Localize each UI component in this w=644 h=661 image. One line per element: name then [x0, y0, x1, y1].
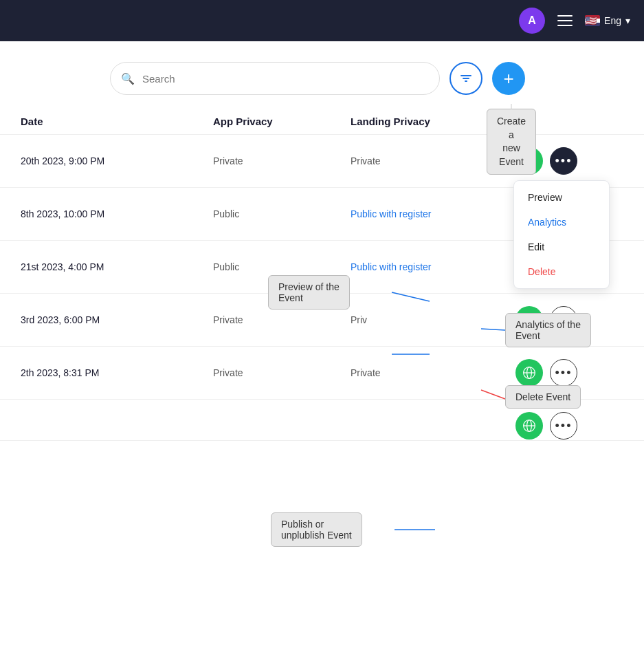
dropdown-edit[interactable]: Edit [514, 235, 609, 259]
more-options-button[interactable]: ••• [550, 359, 577, 387]
header-date: Date [21, 116, 213, 127]
ellipsis-icon: ••• [555, 419, 573, 433]
preview-event-tooltip: Preview of the Event [268, 275, 350, 310]
dropdown-menu: Preview Analytics Edit Delete [513, 180, 610, 289]
cell-app-privacy: Private [213, 155, 351, 166]
dropdown-preview[interactable]: Preview [514, 185, 609, 210]
cell-app-privacy: Private [213, 367, 351, 378]
hamburger-line [557, 25, 573, 26]
globe-icon [522, 419, 536, 433]
cell-date: 8th 2023, 10:00 PM [21, 208, 213, 219]
plus-icon: + [503, 69, 513, 87]
header-app-privacy: App Privacy [213, 116, 351, 127]
table-row: 20th 2023, 9:00 PM Private Private ••• [0, 135, 644, 188]
hamburger-line [557, 20, 573, 21]
ellipsis-icon: ••• [555, 154, 573, 169]
publish-toggle-button[interactable] [515, 359, 543, 387]
hamburger-line [557, 15, 573, 17]
filter-icon [459, 72, 473, 85]
main-content: 🔍 + Create a new Event Date App Privacy [0, 41, 644, 661]
more-options-button[interactable]: ••• [550, 412, 577, 440]
cell-date: 21st 2023, 4:00 PM [21, 261, 213, 272]
row-actions: ••• [515, 412, 644, 440]
flag-icon: 🇺🇸 [585, 15, 600, 26]
filter-button[interactable] [449, 62, 482, 95]
more-options-button[interactable]: ••• [550, 147, 577, 175]
navbar: A 🇺🇸 Eng ▾ [0, 0, 644, 41]
cell-app-privacy: Private [213, 314, 351, 325]
cell-landing-privacy: Priv [351, 314, 515, 325]
search-icon: 🔍 [121, 72, 135, 85]
analytics-event-tooltip: Analytics of the Event [505, 313, 591, 347]
create-new-event-tooltip: Create a new Event [487, 109, 536, 175]
search-area: 🔍 + Create a new Event [0, 62, 644, 109]
cell-landing-privacy: Public with register [351, 208, 515, 219]
globe-icon [522, 366, 536, 380]
cell-date: 2th 2023, 8:31 PM [21, 367, 213, 378]
cell-app-privacy: Public [213, 261, 351, 272]
ellipsis-icon: ••• [555, 366, 573, 380]
dropdown-delete[interactable]: Delete [514, 259, 609, 284]
cell-date: 20th 2023, 9:00 PM [21, 155, 213, 166]
chevron-down-icon: ▾ [625, 15, 630, 26]
search-input[interactable] [110, 62, 440, 95]
language-selector[interactable]: 🇺🇸 Eng ▾ [585, 15, 630, 26]
cell-app-privacy: Public [213, 208, 351, 219]
publish-toggle-button[interactable] [515, 412, 543, 440]
hamburger-menu[interactable] [557, 15, 573, 26]
publish-event-tooltip: Publish or unplublish Event [271, 512, 362, 547]
add-event-button[interactable]: + [492, 62, 525, 95]
cell-landing-privacy: Private [351, 367, 515, 378]
delete-event-tooltip: Delete Event [505, 385, 581, 409]
avatar[interactable]: A [519, 8, 545, 34]
table-header: Date App Privacy Landing Privacy [0, 109, 644, 135]
cell-landing-privacy: Public with register [351, 261, 515, 272]
dropdown-analytics[interactable]: Analytics [514, 210, 609, 235]
row-actions: ••• [515, 359, 644, 387]
search-wrapper: 🔍 [110, 62, 440, 95]
cell-date: 3rd 2023, 6:00 PM [21, 314, 213, 325]
